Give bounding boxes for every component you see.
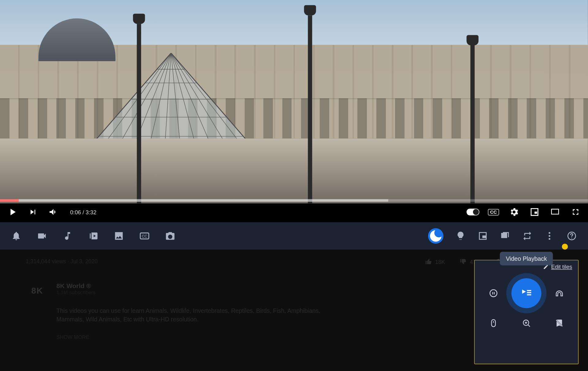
moon-icon[interactable] bbox=[428, 228, 443, 244]
help-icon[interactable] bbox=[567, 231, 577, 241]
svg-text:CC: CC bbox=[142, 234, 147, 238]
svg-line-31 bbox=[528, 325, 530, 327]
time-current: 0:06 bbox=[70, 209, 81, 215]
buffered-segment bbox=[0, 199, 388, 202]
tile-bookmark-off[interactable] bbox=[549, 313, 569, 333]
play-button[interactable] bbox=[6, 206, 19, 219]
volume-button[interactable] bbox=[47, 206, 60, 219]
svg-point-25 bbox=[490, 290, 497, 297]
music-icon[interactable] bbox=[62, 231, 73, 241]
ground-illustration bbox=[0, 138, 588, 204]
time-display: 0:06 / 3:32 bbox=[70, 209, 96, 215]
channel-subs: 1.1M subscribers bbox=[56, 289, 347, 295]
miniplayer-button[interactable] bbox=[528, 206, 541, 219]
svg-point-21 bbox=[548, 235, 550, 237]
lamp-illustration bbox=[137, 24, 141, 203]
time-total: 3:32 bbox=[85, 209, 96, 215]
windows-icon[interactable] bbox=[500, 231, 510, 241]
settings-button[interactable] bbox=[507, 206, 520, 219]
video-frame[interactable] bbox=[0, 0, 588, 204]
extension-toolbar: CC bbox=[0, 222, 588, 249]
like-count: 18K bbox=[435, 258, 445, 265]
loop-icon[interactable] bbox=[522, 231, 533, 241]
bell-icon[interactable] bbox=[11, 231, 21, 241]
tile-pause[interactable] bbox=[483, 283, 504, 303]
svg-rect-28 bbox=[492, 320, 496, 327]
show-more-button[interactable]: SHOW MORE bbox=[56, 334, 347, 340]
theater-button[interactable] bbox=[548, 206, 561, 219]
autoplay-toggle[interactable] bbox=[466, 206, 479, 219]
captions-button[interactable]: CC bbox=[487, 206, 500, 219]
svg-point-24 bbox=[571, 238, 572, 238]
cc-icon: CC bbox=[488, 209, 499, 215]
video-icon[interactable] bbox=[37, 231, 47, 241]
video-description: This videos you can use for learn Animal… bbox=[56, 306, 347, 324]
tile-mouse[interactable] bbox=[483, 313, 504, 333]
edit-tiles-button[interactable]: Edit tiles bbox=[543, 264, 572, 270]
gallery-icon[interactable] bbox=[114, 231, 124, 241]
pip-icon[interactable] bbox=[478, 231, 488, 241]
cc-icon[interactable]: CC bbox=[139, 231, 150, 241]
tiles-popover: Video Playback Edit tiles bbox=[474, 260, 579, 364]
svg-point-22 bbox=[548, 238, 550, 240]
lamp-illustration bbox=[308, 15, 312, 203]
like-button[interactable]: 18K bbox=[425, 258, 445, 265]
pencil-icon bbox=[543, 264, 548, 270]
library-icon[interactable] bbox=[88, 231, 99, 241]
camera-icon[interactable] bbox=[165, 231, 175, 241]
fullscreen-button[interactable] bbox=[569, 206, 582, 219]
edit-tiles-label: Edit tiles bbox=[551, 264, 572, 270]
player-controls: 0:06 / 3:32 CC bbox=[0, 202, 588, 222]
next-button[interactable] bbox=[27, 206, 40, 219]
views-date: 1,314,044 views · Jul 3, 2020 bbox=[26, 258, 98, 265]
video-player[interactable]: 0:06 / 3:32 CC bbox=[0, 0, 588, 222]
tile-tooltip: Video Playback bbox=[500, 252, 553, 265]
more-vertical-icon[interactable] bbox=[544, 231, 555, 241]
lamp-illustration bbox=[470, 45, 475, 204]
time-sep: / bbox=[81, 209, 85, 215]
bulb-icon[interactable] bbox=[455, 231, 466, 241]
channel-avatar[interactable]: 8K bbox=[26, 282, 49, 299]
svg-point-20 bbox=[548, 232, 550, 234]
tile-audio[interactable] bbox=[549, 283, 569, 303]
svg-rect-17 bbox=[552, 209, 559, 214]
channel-name[interactable]: 8K World ® bbox=[56, 282, 347, 290]
tile-zoom[interactable] bbox=[516, 313, 537, 333]
tile-video-playback[interactable] bbox=[511, 278, 541, 308]
progress-bar[interactable] bbox=[0, 199, 588, 202]
